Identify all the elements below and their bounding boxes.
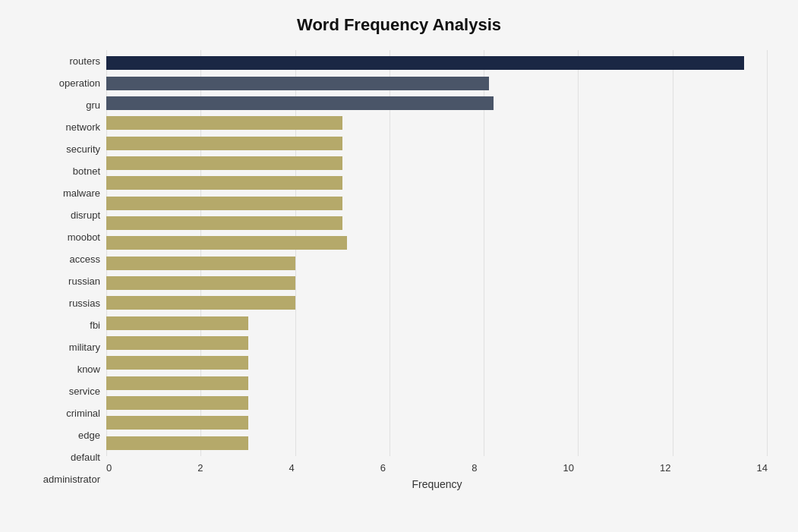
bar <box>106 276 295 290</box>
y-label: administrator <box>43 474 100 484</box>
bar <box>106 96 494 110</box>
y-label: operation <box>59 78 100 88</box>
bar-row <box>106 353 768 373</box>
bar <box>106 56 744 70</box>
bar <box>106 316 248 330</box>
y-label: know <box>77 364 100 374</box>
bar <box>106 236 347 250</box>
bar-row <box>106 333 768 353</box>
y-label: default <box>71 452 100 462</box>
bar-row <box>106 293 768 313</box>
bar <box>106 257 295 270</box>
bar-row <box>106 73 768 93</box>
y-label: botnet <box>73 166 100 176</box>
bar-row <box>106 253 768 272</box>
y-label: edge <box>78 430 100 440</box>
y-label: criminal <box>66 408 100 418</box>
bar-row <box>106 313 768 332</box>
x-axis: 02468101214 <box>106 462 768 474</box>
bar <box>106 396 248 410</box>
y-label: russian <box>68 276 100 286</box>
bar-row <box>106 273 768 293</box>
y-label: military <box>69 342 100 352</box>
bar-row <box>106 113 768 133</box>
bar-row <box>106 173 768 193</box>
x-tick-label: 8 <box>472 462 477 474</box>
bar <box>106 137 342 150</box>
bar-row <box>106 53 768 73</box>
grid-and-bars <box>106 50 768 456</box>
y-label: access <box>70 254 100 264</box>
bar <box>106 156 342 170</box>
bar <box>106 296 295 310</box>
bar <box>106 197 342 210</box>
bar-row <box>106 393 768 413</box>
bar <box>106 176 342 190</box>
y-label: fbi <box>90 320 100 330</box>
y-label: network <box>65 122 100 132</box>
bar-row <box>106 373 768 393</box>
x-axis-area: 02468101214 Frequency <box>106 456 768 490</box>
x-tick-label: 4 <box>289 462 295 474</box>
x-tick-label: 14 <box>756 462 767 474</box>
y-label: disrupt <box>71 210 100 220</box>
bar <box>106 77 489 90</box>
chart-title: Word Frequency Analysis <box>30 15 768 35</box>
bar <box>106 116 342 130</box>
bar-row <box>106 153 768 173</box>
y-label: gru <box>86 100 100 110</box>
y-label: routers <box>70 56 100 66</box>
bar-row <box>106 213 768 233</box>
x-tick-label: 0 <box>106 462 112 474</box>
y-label: moobot <box>68 232 100 242</box>
bar <box>106 436 248 450</box>
bar <box>106 336 248 350</box>
x-tick-label: 10 <box>563 462 573 474</box>
x-tick-label: 6 <box>380 462 386 474</box>
bar <box>106 416 248 430</box>
bar-row <box>106 133 768 153</box>
y-label: security <box>66 144 100 154</box>
bars-wrapper <box>106 50 768 456</box>
y-label: service <box>69 386 100 396</box>
bar-row <box>106 413 768 433</box>
bar <box>106 356 248 370</box>
bar-row <box>106 193 768 212</box>
x-tick-label: 2 <box>197 462 203 474</box>
x-tick-label: 12 <box>660 462 670 474</box>
chart-area: routersoperationgrunetworksecuritybotnet… <box>30 50 768 490</box>
bar-row <box>106 233 768 253</box>
y-labels: routersoperationgrunetworksecuritybotnet… <box>30 50 106 490</box>
bar-row <box>106 433 768 453</box>
chart-container: Word Frequency Analysis routersoperation… <box>0 0 798 532</box>
bars-and-grid: 02468101214 Frequency <box>106 50 768 490</box>
bar-row <box>106 93 768 113</box>
bar <box>106 376 248 390</box>
y-label: malware <box>63 188 100 198</box>
y-label: russias <box>69 298 100 308</box>
bar <box>106 216 342 230</box>
x-axis-title: Frequency <box>106 478 768 490</box>
